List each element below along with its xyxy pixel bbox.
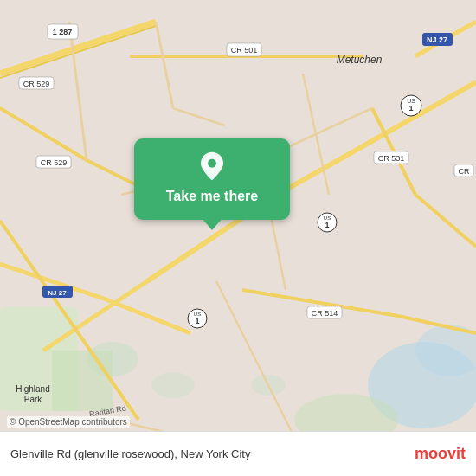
svg-text:NJ 27: NJ 27 [427,35,447,44]
svg-text:CR 501: CR 501 [231,46,258,55]
svg-text:Metuchen: Metuchen [337,54,383,66]
svg-text:NJ 27: NJ 27 [48,289,67,297]
svg-text:CR 514: CR 514 [312,309,338,318]
svg-text:CR: CR [459,167,470,176]
svg-text:1: 1 [325,221,329,229]
moovit-logo-text: moovit [415,445,466,463]
location-pin-icon [196,151,228,182]
svg-text:1: 1 [195,317,199,325]
map-container: 1 287 NJ 27 CR 501 US 1 US 1 US 1 CR 529… [0,0,476,476]
bottom-bar: Glenville Rd (glenville rosewood), New Y… [0,431,476,476]
svg-text:US: US [407,98,415,104]
location-text: Glenville Rd (glenville rosewood), New Y… [10,447,415,460]
copyright-notice: © OpenStreetMap contributors [7,416,130,428]
svg-text:Highland: Highland [16,384,49,394]
svg-point-4 [151,372,195,398]
svg-rect-7 [52,351,113,411]
moovit-logo: moovit [415,445,466,463]
take-me-there-button[interactable]: Take me there [134,138,290,220]
button-label: Take me there [166,189,258,204]
svg-text:CR 529: CR 529 [23,80,50,88]
svg-text:1 287: 1 287 [53,28,73,36]
svg-text:CR 529: CR 529 [41,158,68,167]
svg-text:CR 531: CR 531 [378,154,405,163]
map-background: 1 287 NJ 27 CR 501 US 1 US 1 US 1 CR 529… [0,0,476,476]
svg-text:Park: Park [24,395,43,404]
svg-point-67 [208,159,216,168]
svg-text:1: 1 [408,104,413,113]
